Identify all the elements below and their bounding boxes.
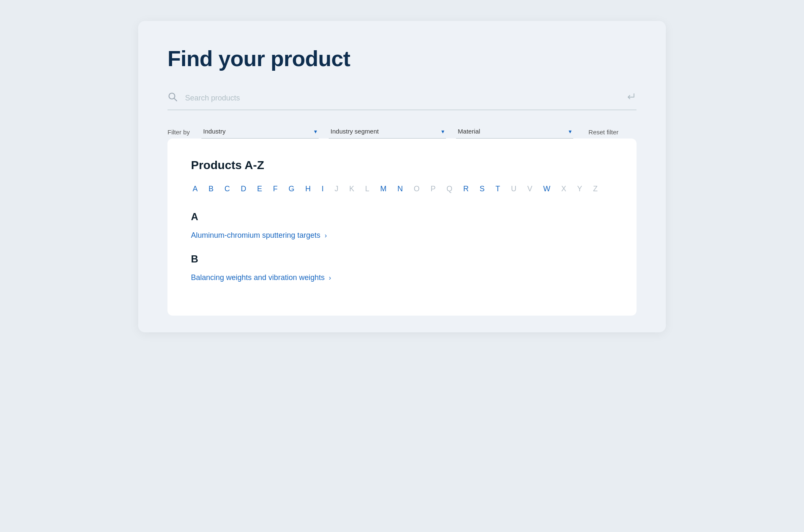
alpha-spacer xyxy=(328,184,330,194)
alpha-spacer xyxy=(521,184,523,194)
products-title: Products A-Z xyxy=(191,159,613,172)
alpha-spacer xyxy=(250,184,253,194)
filter-section: Filter by Industry ▾ Industry segment ▾ … xyxy=(168,125,636,139)
industry-dropdown-label: Industry xyxy=(203,128,225,135)
alpha-spacer xyxy=(358,184,361,194)
product-link[interactable]: Aluminum-chromium sputtering targets› xyxy=(191,231,613,240)
alpha-letter-y: Y xyxy=(575,184,584,194)
alpha-spacer xyxy=(586,184,589,194)
alpha-spacer xyxy=(473,184,475,194)
industry-chevron-icon: ▾ xyxy=(314,128,317,135)
alpha-letter-s[interactable]: S xyxy=(478,184,486,194)
alpha-letter-w[interactable]: W xyxy=(541,184,552,194)
alpha-spacer xyxy=(504,184,507,194)
alpha-letter-n[interactable]: N xyxy=(396,184,405,194)
alpha-letter-u: U xyxy=(509,184,518,194)
search-icon xyxy=(168,92,178,104)
search-bar xyxy=(168,91,636,110)
product-link-chevron: › xyxy=(325,232,327,239)
alpha-letter-o: O xyxy=(412,184,421,194)
outer-container: Find your product Filter by Industry ▾ xyxy=(138,21,666,332)
alpha-letter-p: P xyxy=(429,184,437,194)
alphabet-nav: ABCDEFGHIJKLMNOPQRSTUVWXYZ xyxy=(191,184,613,194)
reset-filter-button[interactable]: Reset filter xyxy=(588,129,618,136)
industry-segment-dropdown-label: Industry segment xyxy=(330,128,379,135)
alpha-letter-f[interactable]: F xyxy=(271,184,279,194)
alpha-letter-v: V xyxy=(526,184,534,194)
alpha-letter-l: L xyxy=(363,184,371,194)
material-dropdown-label: Material xyxy=(458,128,480,135)
alpha-spacer xyxy=(536,184,539,194)
section-letter-b: B xyxy=(191,253,613,265)
alpha-letter-r[interactable]: R xyxy=(461,184,470,194)
alpha-letter-z: Z xyxy=(591,184,599,194)
alpha-letter-t[interactable]: T xyxy=(494,184,502,194)
alpha-letter-d[interactable]: D xyxy=(239,184,248,194)
alpha-spacer xyxy=(554,184,557,194)
industry-segment-chevron-icon: ▾ xyxy=(441,128,444,135)
section-letter-a: A xyxy=(191,211,613,223)
alpha-spacer xyxy=(424,184,426,194)
industry-dropdown[interactable]: Industry ▾ xyxy=(201,125,319,139)
alpha-letter-c[interactable]: C xyxy=(223,184,232,194)
material-dropdown[interactable]: Material ▾ xyxy=(456,125,573,139)
alpha-letter-m[interactable]: M xyxy=(379,184,388,194)
alpha-spacer xyxy=(282,184,284,194)
section-block-a: AAluminum-chromium sputtering targets› xyxy=(191,211,613,240)
alpha-letter-j: J xyxy=(333,184,340,194)
alpha-spacer xyxy=(456,184,459,194)
alpha-spacer xyxy=(391,184,393,194)
section-block-b: BBalancing weights and vibration weights… xyxy=(191,253,613,282)
alpha-spacer xyxy=(266,184,269,194)
alpha-spacer xyxy=(407,184,410,194)
alpha-spacer xyxy=(570,184,573,194)
alpha-letter-e[interactable]: E xyxy=(255,184,264,194)
product-link-chevron: › xyxy=(329,274,331,282)
alpha-spacer xyxy=(343,184,345,194)
alpha-letter-i[interactable]: I xyxy=(320,184,325,194)
alpha-spacer xyxy=(602,184,604,194)
alpha-letter-q: Q xyxy=(445,184,454,194)
alpha-letter-k: K xyxy=(348,184,356,194)
industry-segment-dropdown[interactable]: Industry segment ▾ xyxy=(329,125,446,139)
search-input[interactable] xyxy=(185,94,621,103)
alpha-letter-h[interactable]: H xyxy=(304,184,312,194)
filter-by-label: Filter by xyxy=(168,129,190,136)
alpha-letter-g[interactable]: G xyxy=(287,184,296,194)
alpha-spacer xyxy=(218,184,220,194)
alpha-spacer xyxy=(299,184,301,194)
product-link[interactable]: Balancing weights and vibration weights› xyxy=(191,273,613,282)
product-sections: AAluminum-chromium sputtering targets›BB… xyxy=(191,211,613,282)
products-container: Products A-Z ABCDEFGHIJKLMNOPQRSTUVWXYZ … xyxy=(168,139,636,316)
alpha-spacer xyxy=(315,184,317,194)
alpha-spacer xyxy=(489,184,491,194)
alpha-letter-x: X xyxy=(559,184,568,194)
svg-line-1 xyxy=(174,98,177,101)
alpha-spacer xyxy=(202,184,204,194)
alpha-letter-a[interactable]: A xyxy=(191,184,199,194)
alpha-letter-b[interactable]: B xyxy=(207,184,215,194)
enter-icon xyxy=(626,91,636,105)
alpha-spacer xyxy=(374,184,376,194)
alpha-spacer xyxy=(440,184,442,194)
alpha-spacer xyxy=(234,184,237,194)
page-title: Find your product xyxy=(168,46,636,71)
material-chevron-icon: ▾ xyxy=(569,128,572,135)
search-section xyxy=(168,91,636,110)
